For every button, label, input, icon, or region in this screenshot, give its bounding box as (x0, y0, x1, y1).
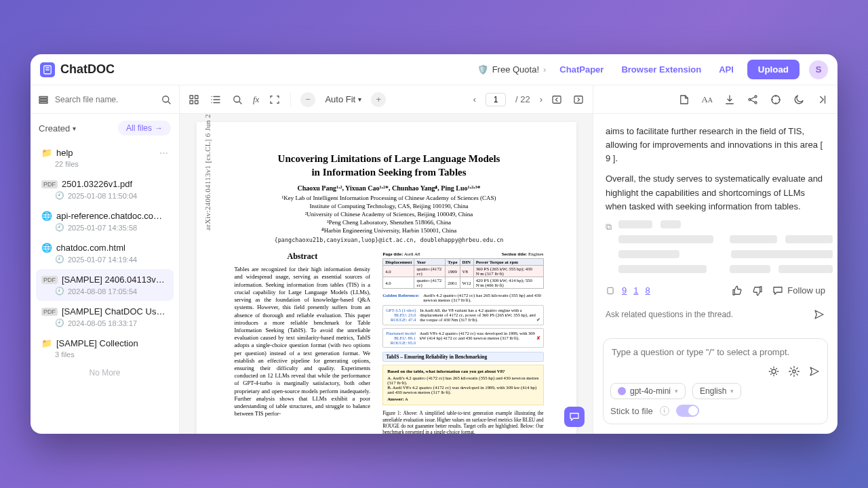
clock-icon: 🕘 (55, 287, 64, 296)
web-icon: 🌐 (41, 243, 52, 253)
search-icon[interactable] (160, 94, 172, 106)
folder-item[interactable]: 📁 help ⋯ 22 files (36, 142, 174, 174)
no-more-label: No More (36, 364, 174, 382)
composer: gpt-4o-mini ▾ English ▾ Stick to file i (603, 338, 828, 424)
follow-up-button[interactable]: Follow up (772, 284, 825, 298)
nav-api[interactable]: API (715, 62, 738, 77)
language-selector[interactable]: English ▾ (692, 383, 741, 399)
svg-rect-2 (39, 99, 47, 100)
bookmark-icon[interactable] (678, 94, 690, 106)
file-sidebar: Created ▾ All files → 📁 help ⋯ 22 file (31, 85, 180, 434)
paper-title: Uncovering Limitations of Large Language… (235, 152, 544, 180)
paper-emails: {pangchaoxu21b,caoyixuan,luop}@ict.ac.cn… (235, 237, 544, 243)
svg-rect-8 (195, 100, 199, 104)
file-item[interactable]: PDF2501.03226v1.pdf 🕘2025-01-08 11:50:04 (36, 174, 174, 205)
next-page-button[interactable]: › (540, 94, 542, 104)
brand-icon (40, 62, 55, 77)
svg-point-4 (163, 96, 169, 102)
svg-rect-11 (574, 96, 583, 103)
zoom-in-button[interactable]: + (371, 92, 386, 107)
file-list: 📁 help ⋯ 22 files PDF2501.03226v1.pdf 🕘2… (31, 142, 179, 434)
paper-affiliations: ¹Key Lab of Intelligent Information Proc… (235, 194, 544, 235)
collapse-panel-icon[interactable] (816, 94, 828, 106)
doc-viewport[interactable]: arXiv:2406.04113v1 [cs.CL] 6 Jun 2024 Un… (180, 114, 593, 434)
send-thread-icon[interactable] (813, 308, 825, 321)
folder-icon: 📁 (41, 148, 52, 158)
free-quota-link[interactable]: 🛡️ Free Quota! › (477, 64, 547, 75)
svg-rect-16 (608, 287, 613, 293)
model-selector[interactable]: gpt-4o-mini ▾ (610, 383, 686, 399)
file-item[interactable]: 🌐api-reference.chatdoc.com.h... 🕘2025-01… (36, 205, 174, 237)
sidebar-search-input[interactable] (55, 95, 155, 104)
thread-input-row (606, 304, 825, 325)
stick-to-file-toggle[interactable] (676, 405, 699, 417)
zoom-mode-dropdown[interactable]: Auto Fit ▾ (325, 94, 361, 104)
info-icon[interactable]: i (660, 406, 669, 415)
svg-rect-3 (39, 102, 47, 103)
more-icon[interactable]: ⋯ (159, 148, 168, 158)
app-window: ChatDOC 🛡️ Free Quota! › ChatPaper Brows… (31, 54, 837, 434)
svg-rect-10 (553, 96, 561, 103)
figure-1: Page title: Audi A8 Section title: Engin… (382, 251, 543, 434)
thread-input[interactable] (606, 310, 808, 319)
chat-scroll[interactable]: aims to facilitate further research in t… (593, 114, 837, 333)
ai-icon[interactable] (770, 94, 782, 106)
figure-table: DisplacementYearTypeDINPower Torque at r… (382, 258, 543, 289)
share-icon[interactable] (747, 94, 759, 106)
nav-chatpaper[interactable]: ChatPaper (555, 62, 608, 77)
figure-caption: Figure 1: Above: A simplified table-to-t… (382, 411, 543, 434)
svg-rect-6 (195, 96, 199, 99)
brand-name: ChatDOC (60, 62, 115, 77)
arxiv-strip: arXiv:2406.04113v1 [cs.CL] 6 Jun 2024 (203, 114, 212, 230)
brand[interactable]: ChatDOC (40, 62, 115, 77)
chevron-down-icon: ▾ (730, 388, 734, 394)
nav-browser-extension[interactable]: Browser Extension (617, 62, 705, 77)
citation-link[interactable]: 1 (633, 284, 638, 298)
theme-icon[interactable] (793, 94, 805, 106)
clock-icon: 🕘 (55, 191, 64, 200)
chat-toggle-button[interactable] (564, 407, 585, 427)
file-item[interactable]: PDF[SAMPLE] ChatDOC User Guid... 🕘2024-0… (36, 301, 174, 333)
sort-dropdown[interactable]: Created ▾ (39, 123, 76, 134)
filter-all-files[interactable]: All files → (118, 121, 171, 136)
file-item[interactable]: 📁[SAMPLE] Collection 3 files (36, 333, 174, 364)
assistant-message: aims to facilitate further research in t… (606, 125, 825, 165)
list-view-icon[interactable] (210, 94, 222, 106)
send-icon[interactable] (808, 365, 821, 378)
citation-link[interactable]: 9 (622, 284, 627, 298)
clock-icon: 🕘 (55, 319, 64, 327)
file-item-active[interactable]: PDF[SAMPLE] 2406.04113v1.pdf 🕘2024-08-08… (36, 269, 174, 301)
citation-link[interactable]: 8 (645, 284, 650, 298)
upload-button[interactable]: Upload (747, 60, 800, 79)
page-total: / 22 (515, 94, 530, 104)
abstract-text: Tables are recognized for their high inf… (235, 266, 371, 418)
abstract-heading: Abstract (235, 251, 371, 262)
citations-icon[interactable] (606, 286, 615, 296)
arrow-right-icon: → (155, 123, 163, 133)
copy-icon[interactable]: ⧉ (606, 220, 612, 234)
collection-icon[interactable] (37, 94, 50, 106)
nav-back-icon[interactable] (551, 94, 563, 106)
chat-panel: AA aims to facilitate further research i… (593, 85, 837, 434)
chevron-down-icon: ▾ (73, 125, 76, 132)
grid-view-icon[interactable] (188, 94, 200, 106)
search-doc-icon[interactable] (231, 94, 243, 106)
file-item[interactable]: 🌐chatdoc.com.html 🕘2025-01-07 14:19:44 (36, 237, 174, 269)
thumbs-up-icon[interactable] (731, 285, 743, 297)
formula-icon[interactable]: fx (253, 94, 259, 105)
composer-input[interactable] (610, 344, 821, 360)
zoom-out-button[interactable]: − (300, 92, 315, 107)
settings-icon[interactable] (788, 365, 800, 378)
nav-forward-icon[interactable] (572, 94, 585, 106)
thumbs-down-icon[interactable] (751, 285, 764, 297)
clock-icon: 🕘 (55, 223, 64, 232)
page-number-input[interactable] (486, 93, 506, 106)
prev-page-button[interactable]: ‹ (473, 94, 476, 104)
clock-icon: 🕘 (55, 255, 64, 264)
capture-icon[interactable] (269, 94, 281, 106)
download-icon[interactable] (724, 94, 736, 106)
suggest-icon[interactable] (768, 365, 780, 378)
svg-point-18 (793, 370, 796, 373)
avatar[interactable]: S (809, 60, 828, 79)
font-size-icon[interactable]: AA (701, 94, 713, 105)
